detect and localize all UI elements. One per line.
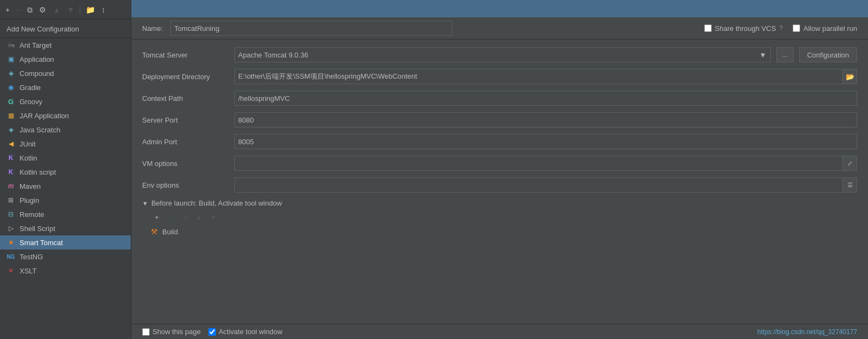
show-page-checkbox-area: Show this page: [142, 328, 201, 336]
activate-window-label: Activate tool window: [219, 328, 283, 336]
gradle-icon: ◉: [7, 83, 15, 92]
deployment-dir-label: Deployment Directory: [142, 73, 229, 81]
sidebar-item-application[interactable]: ▣ Application: [0, 52, 131, 66]
settings-btn[interactable]: ⚙: [37, 5, 48, 15]
before-launch-add-btn[interactable]: +: [151, 212, 163, 222]
collapse-arrow-icon[interactable]: ▼: [142, 200, 148, 207]
browse-button[interactable]: ...: [776, 47, 794, 62]
csdn-link[interactable]: https://blog.csdn.net/qq_32740177: [757, 328, 857, 336]
vcs-checkbox[interactable]: [704, 24, 712, 32]
move-down-btn[interactable]: ▼: [65, 5, 76, 15]
context-path-label: Context Path: [142, 94, 229, 103]
vm-options-expand-btn[interactable]: ⤢: [843, 156, 857, 171]
add-config-btn[interactable]: +: [3, 5, 12, 15]
sidebar-item-label: Maven: [20, 182, 41, 190]
sidebar-item-jar-application[interactable]: ▦ JAR Application: [0, 108, 131, 123]
sidebar-item-label: Remote: [20, 210, 44, 219]
sidebar-item-label: Gradle: [20, 84, 41, 92]
sidebar-item-kotlin-script[interactable]: K Kotlin script: [0, 165, 131, 179]
config-form: Tomcat Server Apache Tomcat 9.0.36 ▼ ...…: [131, 40, 868, 324]
expand-icon: ⤢: [847, 160, 852, 167]
remote-icon: ⊟: [7, 210, 15, 219]
sidebar-item-label: Groovy: [20, 98, 42, 106]
context-path-input[interactable]: [234, 91, 857, 106]
move-up-btn[interactable]: ▲: [50, 5, 62, 15]
maven-icon: m: [7, 182, 15, 190]
deployment-dir-row: Deployment Directory 📂: [142, 69, 857, 84]
sidebar-item-label: Shell Script: [20, 225, 55, 233]
selected-config-bar: [131, 0, 868, 17]
name-label: Name:: [142, 24, 163, 33]
activate-window-checkbox[interactable]: [208, 328, 216, 336]
sidebar-toolbar: + − ⧉ ⚙ ▲ ▼ 📁 ↕: [0, 0, 131, 20]
name-input[interactable]: [170, 21, 452, 36]
tomcat-server-row: Tomcat Server Apache Tomcat 9.0.36 ▼ ...…: [142, 47, 857, 62]
show-page-checkbox[interactable]: [142, 328, 150, 336]
admin-port-row: Admin Port: [142, 134, 857, 149]
sidebar-item-java-scratch[interactable]: ◈ Java Scratch: [0, 123, 131, 137]
sidebar-item-groovy[interactable]: G Groovy: [0, 94, 131, 108]
before-launch-toolbar: + − ✎ ▲ ▼: [142, 212, 857, 222]
sidebar-item-kotlin[interactable]: K Kotlin: [0, 151, 131, 165]
jar-application-icon: ▦: [7, 111, 15, 120]
sidebar-item-label: XSLT: [20, 267, 37, 275]
sidebar-list: 🐜 Ant Target ▣ Application ◈ Compound ◉ …: [0, 38, 131, 339]
sidebar-item-gradle[interactable]: ◉ Gradle: [0, 80, 131, 94]
copy-config-btn[interactable]: ⧉: [25, 5, 35, 15]
admin-port-label: Admin Port: [142, 138, 229, 146]
groovy-icon: G: [7, 97, 15, 106]
vm-options-row: VM options ⤢: [142, 156, 857, 171]
before-launch-remove-btn[interactable]: −: [165, 212, 177, 222]
footer-left: Show this page Activate tool window: [142, 328, 283, 336]
deployment-dir-browse-btn[interactable]: 📂: [843, 69, 857, 84]
build-item: ⚒ Build: [142, 226, 857, 238]
env-options-row: Env options ☰: [142, 177, 857, 193]
java-scratch-icon: ◈: [7, 125, 15, 134]
tomcat-server-select[interactable]: Apache Tomcat 9.0.36: [234, 47, 771, 62]
env-options-expand-btn[interactable]: ☰: [843, 177, 857, 193]
folder-btn[interactable]: 📁: [84, 5, 97, 15]
admin-port-input[interactable]: [234, 134, 857, 149]
sidebar: + − ⧉ ⚙ ▲ ▼ 📁 ↕ Add New Configuration 🐜 …: [0, 0, 131, 339]
configuration-button[interactable]: Configuration: [799, 47, 857, 62]
before-launch-edit-btn[interactable]: ✎: [179, 212, 191, 222]
env-options-input[interactable]: [234, 177, 843, 193]
sidebar-item-label: Smart Tomcat: [20, 239, 63, 247]
sidebar-item-label: Ant Target: [20, 41, 52, 49]
build-icon: ⚒: [151, 227, 158, 236]
sidebar-item-junit[interactable]: ◀ JUnit: [0, 137, 131, 151]
parallel-label: Allow parallel run: [803, 24, 857, 33]
application-icon: ▣: [7, 55, 15, 63]
add-new-config-label: Add New Configuration: [0, 20, 131, 38]
before-launch-up-btn[interactable]: ▲: [193, 212, 205, 222]
tomcat-select-container: Apache Tomcat 9.0.36 ▼: [234, 47, 771, 62]
deployment-dir-input[interactable]: [234, 69, 843, 84]
parallel-checkbox[interactable]: [793, 24, 800, 32]
server-port-row: Server Port: [142, 112, 857, 127]
vm-options-input[interactable]: [234, 156, 843, 171]
sidebar-item-label: Plugin: [20, 196, 39, 204]
vm-options-label: VM options: [142, 159, 229, 168]
sidebar-item-smart-tomcat[interactable]: ★ Smart Tomcat: [0, 235, 131, 250]
kotlin-icon: K: [7, 153, 15, 162]
sidebar-item-label: Application: [20, 55, 54, 63]
sidebar-item-remote[interactable]: ⊟ Remote: [0, 207, 131, 221]
sidebar-item-maven[interactable]: m Maven: [0, 179, 131, 193]
sidebar-item-ant-target[interactable]: 🐜 Ant Target: [0, 38, 131, 52]
sidebar-item-shell-script[interactable]: ▷ Shell Script: [0, 221, 131, 235]
server-port-input[interactable]: [234, 112, 857, 127]
sidebar-item-label: JUnit: [20, 140, 36, 148]
sidebar-item-label: Java Scratch: [20, 126, 60, 134]
sidebar-item-label: Kotlin: [20, 154, 37, 162]
vcs-label: Share through VCS: [715, 24, 776, 33]
remove-config-btn[interactable]: −: [14, 5, 23, 15]
smart-tomcat-icon: ★: [7, 238, 15, 247]
sidebar-item-compound[interactable]: ◈ Compound: [0, 66, 131, 80]
sidebar-item-testng[interactable]: NG TestNG: [0, 250, 131, 264]
sort-btn[interactable]: ↕: [99, 5, 107, 15]
sidebar-item-xslt[interactable]: ✕ XSLT: [0, 264, 131, 278]
plugin-icon: ⊞: [7, 196, 15, 204]
sidebar-item-plugin[interactable]: ⊞ Plugin: [0, 193, 131, 207]
before-launch-down-btn[interactable]: ▼: [207, 212, 219, 222]
shell-script-icon: ▷: [7, 224, 15, 233]
